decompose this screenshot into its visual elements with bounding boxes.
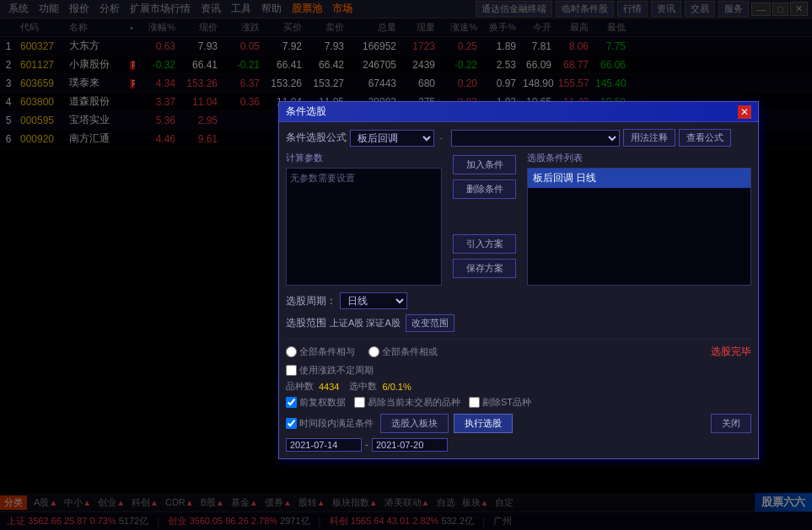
cb-prev-rights-input[interactable]: [286, 397, 297, 408]
cb-time-period: 时间段内满足条件: [286, 417, 374, 430]
radio-all-or-label: 全部条件相或: [382, 345, 438, 358]
radio-all-and-input[interactable]: [286, 346, 297, 357]
radio-row: 全部条件相与 全部条件相或 选股完毕: [286, 339, 751, 359]
date-separator: -: [365, 439, 368, 451]
selected-label: 选中数: [349, 380, 377, 393]
btn-execute[interactable]: 执行选股: [454, 414, 513, 433]
date-to-input[interactable]: [372, 438, 448, 452]
cb-use-period: 使用涨跌不定周期: [286, 364, 374, 377]
calc-params-title: 计算参数: [286, 152, 442, 164]
cb-use-period-input[interactable]: [286, 365, 297, 376]
radio-all-and-label: 全部条件相与: [299, 345, 355, 358]
radio-all-or-input[interactable]: [368, 346, 379, 357]
btn-import-plan[interactable]: 引入方案: [453, 234, 516, 254]
btn-save-plan[interactable]: 保存方案: [453, 259, 516, 278]
cb-remove-st-label: 剔除ST品种: [482, 396, 531, 409]
btn-select-block[interactable]: 选股入板块: [380, 414, 449, 433]
cb-remove-st-input[interactable]: [469, 397, 480, 408]
dialog-close-button[interactable]: ✕: [738, 105, 751, 119]
left-panel: 计算参数 无参数需要设置: [286, 152, 442, 286]
use-period-row: 使用涨跌不定周期: [286, 364, 751, 377]
scope-label: 选股范围: [286, 316, 326, 330]
radio-all-and: 全部条件相与: [286, 345, 355, 358]
middle-buttons: 加入条件 删除条件 引入方案 保存方案: [449, 152, 520, 286]
dialog-title-bar: 条件选股 ✕: [279, 102, 758, 122]
dialog-body: 条件选股公式 板后回调 - 用法注释 查看公式 计算参数 无参数需要设置 加入条…: [279, 122, 758, 458]
params-box: 无参数需要设置: [286, 168, 442, 286]
cb-prev-rights-label: 前复权数据: [299, 396, 346, 409]
cb-remove-st: 剔除ST品种: [469, 396, 531, 409]
condition-dialog: 条件选股 ✕ 条件选股公式 板后回调 - 用法注释 查看公式 计算参数 无参数需…: [278, 101, 759, 459]
formula-dash: -: [434, 132, 448, 144]
time-period-group: 时间段内满足条件 选股入板块 执行选股: [286, 414, 513, 433]
btn-del-condition[interactable]: 删除条件: [453, 179, 516, 199]
cb-exclude-st-label: 易除当前未交易的品种: [368, 396, 460, 409]
date-range-row: -: [286, 438, 751, 452]
radio-all-or: 全部条件相或: [368, 345, 438, 358]
btn-usage[interactable]: 用法注释: [623, 129, 675, 147]
btn-change-scope[interactable]: 改变范围: [406, 314, 454, 332]
condition-list-title: 选股条件列表: [527, 152, 751, 164]
dialog-columns: 计算参数 无参数需要设置 加入条件 删除条件 引入方案 保存方案 选股条件列表 …: [286, 152, 751, 286]
btn-add-condition[interactable]: 加入条件: [453, 155, 516, 174]
formula-label: 条件选股公式: [286, 131, 347, 145]
cb-exclude-st-input[interactable]: [354, 397, 365, 408]
select-done-label: 选股完毕: [711, 345, 751, 359]
right-panel: 选股条件列表 板后回调 日线: [527, 152, 751, 286]
selected-count: 6/0.1%: [382, 382, 411, 392]
period-select[interactable]: 日线 周线 月线: [340, 292, 407, 309]
cb-exclude-st: 易除当前未交易的品种: [354, 396, 460, 409]
scope-markets: 上证A股 深证A股: [330, 317, 401, 329]
btn-close-dialog[interactable]: 关闭: [711, 414, 751, 433]
checkboxes-row1: 前复权数据 易除当前未交易的品种 剔除ST品种: [286, 396, 751, 409]
cb-use-period-label: 使用涨跌不定周期: [299, 364, 374, 377]
btn-view-formula[interactable]: 查看公式: [679, 129, 731, 147]
period-row: 选股周期： 日线 周线 月线: [286, 292, 751, 309]
scope-row: 选股范围 上证A股 深证A股 改变范围: [286, 314, 751, 332]
stats-label: 品种数: [286, 380, 314, 393]
cb-time-period-label: 时间段内满足条件: [299, 417, 374, 430]
cb-time-period-input[interactable]: [286, 418, 297, 429]
date-from-input[interactable]: [286, 438, 362, 452]
formula-sub-select[interactable]: [451, 130, 620, 147]
stats-count: 4434: [319, 382, 339, 392]
formula-select[interactable]: 板后回调: [350, 130, 434, 147]
dialog-title: 条件选股: [286, 104, 326, 119]
condition-list: 板后回调 日线: [527, 168, 751, 286]
period-label: 选股周期：: [286, 294, 336, 308]
cb-prev-rights: 前复权数据: [286, 396, 346, 409]
bottom-actions-row: 时间段内满足条件 选股入板块 执行选股 关闭: [286, 414, 751, 433]
condition-item[interactable]: 板后回调 日线: [528, 169, 750, 188]
formula-row: 条件选股公式 板后回调 - 用法注释 查看公式: [286, 129, 751, 147]
params-text: 无参数需要设置: [290, 173, 355, 183]
close-group: 关闭: [711, 414, 751, 433]
stats-row: 品种数 4434 选中数 6/0.1%: [286, 380, 751, 393]
